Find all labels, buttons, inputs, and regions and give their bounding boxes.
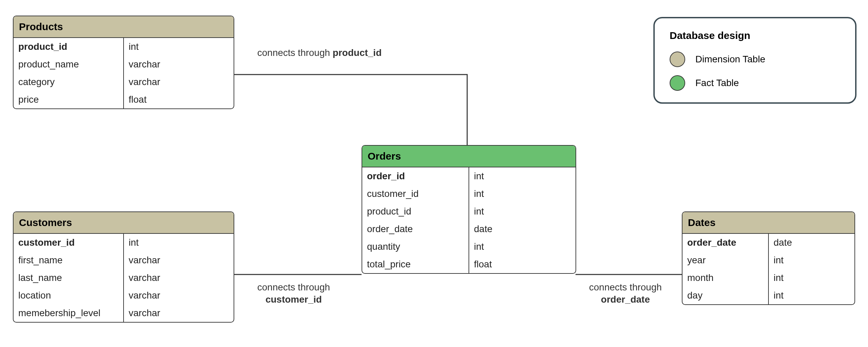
legend-dot-fact <box>670 75 685 91</box>
column-name: total_price <box>362 256 469 273</box>
column-type: float <box>469 256 576 273</box>
column-name: location <box>14 287 123 304</box>
column-name: category <box>14 73 123 91</box>
connector-label-date: connects through order_date <box>589 281 662 306</box>
column-type: int <box>469 203 576 220</box>
column-type: int <box>769 251 854 269</box>
column-type: int <box>124 234 234 251</box>
column-type: int <box>769 269 854 287</box>
column-name: first_name <box>14 251 123 269</box>
column-type: varchar <box>124 56 234 73</box>
column-type: int <box>469 185 576 203</box>
column-type: date <box>469 220 576 238</box>
table-body: order_id customer_id product_id order_da… <box>362 167 576 273</box>
diagram-canvas: Products product_id product_name categor… <box>0 0 868 347</box>
table-header: Orders <box>362 146 576 167</box>
column-name: quantity <box>362 238 469 256</box>
column-type: int <box>769 287 854 304</box>
legend-text: Fact Table <box>695 78 739 88</box>
connector-label-product: connects through product_id <box>257 47 382 58</box>
connector-label-customer: connects through customer_id <box>257 281 330 306</box>
column-type: int <box>469 238 576 256</box>
column-type: varchar <box>124 287 234 304</box>
column-name: customer_id <box>14 234 123 251</box>
column-name: year <box>682 251 768 269</box>
column-name: order_date <box>682 234 768 251</box>
column-type: varchar <box>124 269 234 287</box>
column-name: product_id <box>362 203 469 220</box>
table-header: Dates <box>682 212 854 234</box>
table-body: customer_id first_name last_name locatio… <box>14 234 234 322</box>
legend-dot-dimension <box>670 52 685 67</box>
column-name: price <box>14 91 123 108</box>
column-name: last_name <box>14 269 123 287</box>
column-type: int <box>469 167 576 185</box>
column-name: month <box>682 269 768 287</box>
column-name: day <box>682 287 768 304</box>
table-orders: Orders order_id customer_id product_id o… <box>362 145 576 274</box>
column-name: product_id <box>14 38 123 56</box>
legend-text: Dimension Table <box>695 54 765 65</box>
column-type: int <box>124 38 234 56</box>
table-dates: Dates order_date year month day date int… <box>682 211 855 305</box>
legend-row-dimension: Dimension Table <box>670 52 840 67</box>
table-body: product_id product_name category price i… <box>14 38 234 108</box>
table-products: Products product_id product_name categor… <box>13 16 234 109</box>
column-type: date <box>769 234 854 251</box>
table-header: Products <box>14 16 234 38</box>
legend-box: Database design Dimension Table Fact Tab… <box>653 17 856 104</box>
column-name: customer_id <box>362 185 469 203</box>
column-name: order_date <box>362 220 469 238</box>
column-name: memebership_level <box>14 304 123 322</box>
column-name: order_id <box>362 167 469 185</box>
column-type: float <box>124 91 234 108</box>
table-header: Customers <box>14 212 234 234</box>
column-name: product_name <box>14 56 123 73</box>
legend-title: Database design <box>670 30 840 41</box>
legend-row-fact: Fact Table <box>670 75 840 91</box>
column-type: varchar <box>124 304 234 322</box>
column-type: varchar <box>124 251 234 269</box>
table-body: order_date year month day date int int i… <box>682 234 854 304</box>
column-type: varchar <box>124 73 234 91</box>
table-customers: Customers customer_id first_name last_na… <box>13 211 234 323</box>
